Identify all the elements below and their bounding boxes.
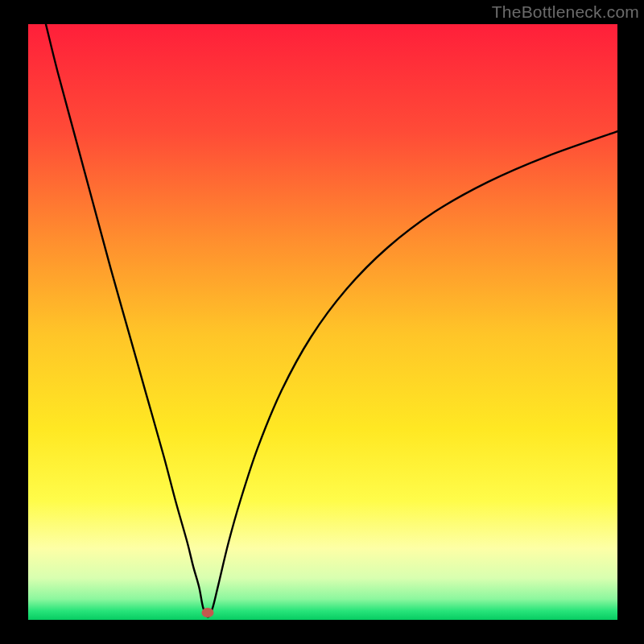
minimum-marker bbox=[202, 608, 214, 617]
bottleneck-curve bbox=[28, 24, 617, 620]
chart-frame: TheBottleneck.com bbox=[0, 0, 644, 644]
plot-area bbox=[28, 24, 617, 620]
watermark-text: TheBottleneck.com bbox=[492, 2, 639, 22]
